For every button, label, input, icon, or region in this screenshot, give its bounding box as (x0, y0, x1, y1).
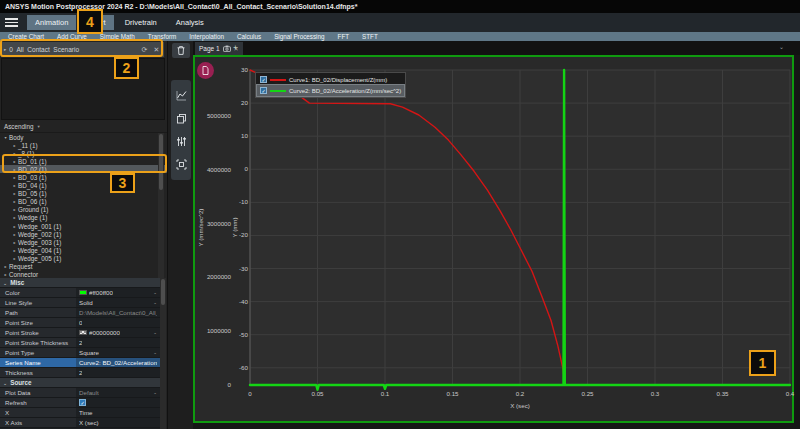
menu-tab[interactable]: Analysis (168, 15, 212, 30)
chevron-down-icon[interactable]: ⌄ (153, 300, 157, 305)
property-value[interactable] (76, 398, 160, 407)
tree-item-label: Wedge_005 (1) (18, 255, 61, 262)
tree-caret-icon[interactable]: ▸ (11, 207, 18, 212)
page-badge[interactable] (197, 62, 214, 79)
tree-caret-icon[interactable]: ▸ (11, 240, 18, 245)
chevron-down-icon[interactable]: ⌄ (153, 290, 157, 295)
property-value[interactable]: X (sec) (76, 418, 160, 427)
property-row[interactable]: Plot Data Default ⌄ (0, 388, 160, 398)
property-value[interactable]: Square ⌄ (76, 348, 160, 357)
property-row[interactable]: Path D:\Models\All_Contact\0_All_Conta (0, 308, 160, 318)
property-row[interactable]: Point Stroke Thickness 2 (0, 338, 160, 348)
property-value[interactable]: D:\Models\All_Contact\0_All_Conta (76, 308, 160, 317)
tree-caret-icon[interactable]: ▸ (11, 183, 18, 188)
tree-caret-icon[interactable]: ▸ (11, 224, 18, 229)
sort-dropdown[interactable]: Ascending ▾ (0, 121, 167, 133)
property-value[interactable]: 2 (76, 368, 160, 377)
ribbon-item[interactable]: Signal Processing (274, 33, 324, 40)
property-value[interactable]: Solid ⌄ (76, 298, 160, 307)
tree-item[interactable]: ▸ Ground (1) (0, 206, 167, 214)
property-row[interactable]: Point Size 0 (0, 318, 160, 328)
legend-entry[interactable]: Curve2: BD_02/Acceleration/Z(mm/sec^2) (257, 85, 404, 96)
tree-item[interactable]: ▸ Request (0, 263, 167, 271)
document-icon (202, 66, 209, 75)
menu-tab[interactable]: Animation (27, 15, 76, 30)
checkbox-checked[interactable] (260, 76, 267, 83)
ribbon-item[interactable]: STFT (362, 33, 378, 40)
tree-item[interactable]: ▾ Body (0, 133, 167, 141)
property-value[interactable]: 2 (76, 338, 160, 347)
legend-entry[interactable]: Curve1: BD_02/Displacement/Z(mm) (257, 74, 404, 85)
property-label: X (0, 408, 76, 417)
ribbon-item[interactable]: Interpolation (189, 33, 224, 40)
tree-item[interactable]: ▸ Connector (0, 271, 167, 278)
tree-item[interactable]: ▸ Wedge_004 (1) (0, 246, 167, 254)
fit-view-icon[interactable] (174, 158, 188, 172)
tree-item[interactable]: ▸ Wedge (1) (0, 214, 167, 222)
tree-caret-icon[interactable]: ▸ (11, 232, 18, 237)
tree-caret-icon[interactable]: ▸ (11, 256, 18, 261)
tree-item[interactable]: ▸ BD_05 (1) (0, 190, 167, 198)
section-label: Source (10, 379, 31, 386)
menu-tab[interactable]: Drivetrain (117, 15, 165, 30)
camera-icon[interactable] (223, 45, 231, 53)
property-row[interactable]: Series Name Curve2: BD_02/Acceleration/Z… (0, 358, 160, 368)
y-left-tick-label: 5000000 (207, 112, 232, 119)
tree-caret-icon[interactable]: ▸ (11, 143, 18, 148)
hamburger-menu-icon[interactable] (5, 18, 18, 27)
tree-item[interactable]: ▸ Wedge_003 (1) (0, 238, 167, 246)
tree-item[interactable]: ▸ BD_06 (1) (0, 198, 167, 206)
chart-tool-strip (167, 41, 193, 429)
chevron-down-icon[interactable]: ⌄ (153, 330, 157, 335)
chevron-down-icon[interactable]: ⌄ (779, 41, 784, 55)
tree-caret-icon[interactable]: ▸ (11, 191, 18, 196)
property-section-header[interactable]: Source (0, 378, 160, 388)
tree-item[interactable]: ▸ Wedge_005 (1) (0, 254, 167, 262)
sliders-icon[interactable] (174, 135, 188, 149)
tree-caret-icon[interactable]: ▸ (11, 199, 18, 204)
properties-scrollbar[interactable] (160, 278, 166, 429)
tree-item[interactable]: ▸ _11 (1) (0, 141, 167, 149)
tree-caret-icon[interactable]: ▸ (11, 248, 18, 253)
y-right-tick-label: 10 (241, 132, 248, 139)
property-value[interactable]: #ff00ff00 ⌄ (76, 288, 160, 297)
property-row[interactable]: X Axis X (sec) (0, 418, 160, 428)
property-row[interactable]: Source (0, 378, 160, 388)
ribbon-item[interactable]: Calculus (237, 33, 261, 40)
tree-item[interactable]: ▸ Wedge_001 (1) (0, 222, 167, 230)
add-page-icon[interactable]: + (233, 41, 238, 55)
property-row[interactable]: Line Style Solid ⌄ (0, 298, 160, 308)
property-value[interactable]: Time (76, 408, 160, 417)
property-value-text: Solid (79, 299, 93, 306)
tree-caret-icon[interactable]: ▸ (2, 264, 9, 269)
delete-chart-button[interactable] (172, 43, 190, 58)
property-value[interactable]: #00000000 ⌄ (76, 328, 160, 337)
property-row[interactable]: Thickness 2 (0, 368, 160, 378)
property-value-text: Square (79, 349, 99, 356)
property-value[interactable]: 0 (76, 318, 160, 327)
checkbox-checked[interactable] (260, 87, 267, 94)
property-row[interactable]: Misc (0, 278, 160, 288)
checkbox-checked[interactable] (79, 399, 86, 406)
tree-caret-icon[interactable]: ▸ (11, 175, 18, 180)
property-row[interactable]: Point Stroke #00000000 ⌄ (0, 328, 160, 338)
property-row[interactable]: Point Type Square ⌄ (0, 348, 160, 358)
property-section-header[interactable]: Misc (0, 278, 160, 288)
tree-item[interactable]: ▸ Wedge_002 (1) (0, 230, 167, 238)
tree-item[interactable]: ▸ BD_04 (1) (0, 182, 167, 190)
property-value[interactable]: Default ⌄ (76, 388, 160, 397)
ribbon-item[interactable]: FFT (338, 33, 350, 40)
tree-caret-icon[interactable]: ▸ (2, 272, 9, 277)
chart-plot[interactable]: 00.050.10.150.20.250.30.350.401000000200… (195, 57, 796, 425)
chevron-down-icon[interactable]: ⌄ (153, 390, 157, 395)
tree-caret-icon[interactable]: ▸ (11, 215, 18, 220)
property-value[interactable]: Curve2: BD_02/Acceleration/Z(mm (76, 358, 160, 367)
tree-caret-icon[interactable]: ▾ (2, 135, 9, 140)
property-row[interactable]: Color #ff00ff00 ⌄ (0, 288, 160, 298)
chevron-down-icon[interactable]: ⌄ (153, 350, 157, 355)
duplicate-pages-icon[interactable] (174, 112, 188, 126)
property-row[interactable]: X Time (0, 408, 160, 418)
line-chart-icon[interactable] (174, 89, 188, 103)
property-row[interactable]: Refresh (0, 398, 160, 408)
tree-item[interactable]: ▸ BD_03 (1) (0, 173, 167, 181)
